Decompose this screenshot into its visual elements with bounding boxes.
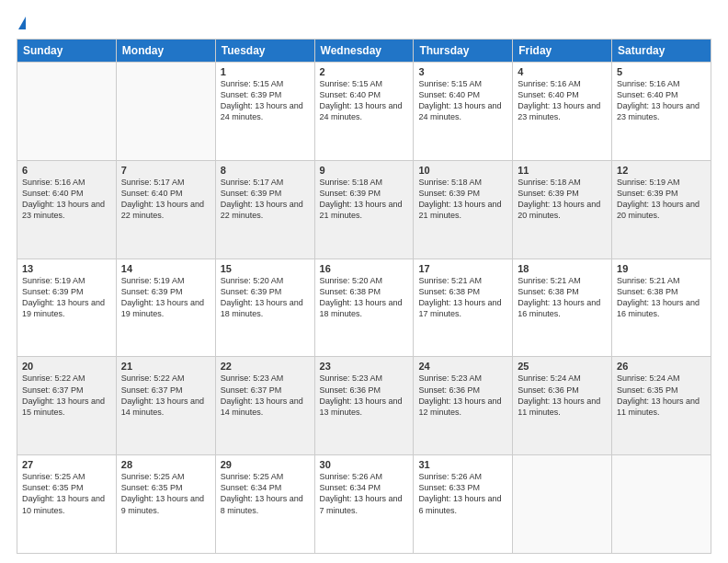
day-number: 25	[518, 361, 607, 372]
calendar-cell: 20Sunrise: 5:22 AM Sunset: 6:37 PM Dayli…	[17, 357, 117, 455]
day-info: Sunrise: 5:15 AM Sunset: 6:40 PM Dayligh…	[418, 79, 501, 121]
day-info: Sunrise: 5:21 AM Sunset: 6:38 PM Dayligh…	[518, 276, 600, 318]
calendar-day-header: Thursday	[414, 40, 513, 63]
calendar-cell: 10Sunrise: 5:18 AM Sunset: 6:39 PM Dayli…	[414, 160, 513, 259]
calendar-cell: 7Sunrise: 5:17 AM Sunset: 6:40 PM Daylig…	[116, 160, 215, 259]
day-number: 10	[418, 165, 507, 176]
day-number: 31	[418, 459, 507, 470]
calendar-cell	[116, 63, 215, 161]
day-info: Sunrise: 5:22 AM Sunset: 6:37 PM Dayligh…	[22, 373, 105, 416]
calendar-cell: 21Sunrise: 5:22 AM Sunset: 6:37 PM Dayli…	[116, 357, 215, 455]
calendar-day-header: Friday	[513, 40, 612, 63]
day-info: Sunrise: 5:25 AM Sunset: 6:34 PM Dayligh…	[221, 472, 303, 514]
day-number: 13	[22, 263, 111, 274]
day-number: 20	[22, 361, 111, 372]
page: SundayMondayTuesdayWednesdayThursdayFrid…	[0, 0, 728, 563]
calendar-cell: 30Sunrise: 5:26 AM Sunset: 6:34 PM Dayli…	[314, 455, 414, 554]
day-info: Sunrise: 5:24 AM Sunset: 6:36 PM Dayligh…	[518, 373, 600, 416]
day-info: Sunrise: 5:17 AM Sunset: 6:40 PM Dayligh…	[121, 178, 204, 220]
day-info: Sunrise: 5:19 AM Sunset: 6:39 PM Dayligh…	[121, 276, 204, 318]
day-number: 26	[617, 361, 706, 372]
logo-triangle-icon	[18, 17, 26, 29]
day-number: 22	[221, 361, 310, 372]
header	[17, 17, 711, 29]
day-info: Sunrise: 5:20 AM Sunset: 6:39 PM Dayligh…	[221, 276, 303, 318]
day-number: 15	[221, 263, 310, 274]
day-number: 27	[22, 459, 111, 470]
calendar-day-header: Saturday	[612, 40, 711, 63]
day-number: 29	[221, 459, 310, 470]
calendar-cell: 18Sunrise: 5:21 AM Sunset: 6:38 PM Dayli…	[513, 259, 612, 357]
calendar-cell: 1Sunrise: 5:15 AM Sunset: 6:39 PM Daylig…	[215, 63, 314, 161]
calendar-cell: 17Sunrise: 5:21 AM Sunset: 6:38 PM Dayli…	[414, 259, 513, 357]
day-number: 14	[121, 263, 210, 274]
day-number: 21	[121, 361, 210, 372]
day-number: 17	[418, 263, 507, 274]
day-number: 3	[418, 66, 507, 77]
day-info: Sunrise: 5:21 AM Sunset: 6:38 PM Dayligh…	[418, 276, 501, 318]
calendar-cell: 24Sunrise: 5:23 AM Sunset: 6:36 PM Dayli…	[414, 357, 513, 455]
day-number: 5	[617, 66, 706, 77]
calendar-cell	[17, 63, 117, 161]
day-number: 12	[617, 165, 706, 176]
day-info: Sunrise: 5:16 AM Sunset: 6:40 PM Dayligh…	[22, 178, 105, 220]
day-number: 23	[320, 361, 409, 372]
day-number: 28	[121, 459, 210, 470]
calendar-cell: 23Sunrise: 5:23 AM Sunset: 6:36 PM Dayli…	[314, 357, 414, 455]
day-number: 1	[221, 66, 310, 77]
calendar-cell	[513, 455, 612, 554]
day-number: 11	[518, 165, 607, 176]
day-info: Sunrise: 5:21 AM Sunset: 6:38 PM Dayligh…	[617, 276, 700, 318]
day-number: 16	[320, 263, 409, 274]
calendar-day-header: Sunday	[17, 40, 117, 63]
day-number: 30	[320, 459, 409, 470]
day-number: 9	[320, 165, 409, 176]
day-info: Sunrise: 5:20 AM Sunset: 6:38 PM Dayligh…	[320, 276, 403, 318]
calendar-week-row: 13Sunrise: 5:19 AM Sunset: 6:39 PM Dayli…	[17, 259, 711, 357]
day-info: Sunrise: 5:15 AM Sunset: 6:39 PM Dayligh…	[221, 79, 303, 121]
calendar-day-header: Wednesday	[314, 40, 414, 63]
day-number: 18	[518, 263, 607, 274]
calendar-cell: 9Sunrise: 5:18 AM Sunset: 6:39 PM Daylig…	[314, 160, 414, 259]
day-info: Sunrise: 5:23 AM Sunset: 6:37 PM Dayligh…	[221, 373, 303, 416]
day-number: 24	[418, 361, 507, 372]
day-info: Sunrise: 5:16 AM Sunset: 6:40 PM Dayligh…	[617, 79, 700, 121]
day-info: Sunrise: 5:19 AM Sunset: 6:39 PM Dayligh…	[22, 276, 105, 318]
day-info: Sunrise: 5:16 AM Sunset: 6:40 PM Dayligh…	[518, 79, 600, 121]
calendar-cell: 28Sunrise: 5:25 AM Sunset: 6:35 PM Dayli…	[116, 455, 215, 554]
calendar-day-header: Tuesday	[215, 40, 314, 63]
calendar-cell: 2Sunrise: 5:15 AM Sunset: 6:40 PM Daylig…	[314, 63, 414, 161]
calendar-cell: 5Sunrise: 5:16 AM Sunset: 6:40 PM Daylig…	[612, 63, 711, 161]
day-info: Sunrise: 5:15 AM Sunset: 6:40 PM Dayligh…	[320, 79, 403, 121]
calendar-cell: 14Sunrise: 5:19 AM Sunset: 6:39 PM Dayli…	[116, 259, 215, 357]
day-info: Sunrise: 5:23 AM Sunset: 6:36 PM Dayligh…	[320, 373, 403, 416]
calendar-cell: 11Sunrise: 5:18 AM Sunset: 6:39 PM Dayli…	[513, 160, 612, 259]
day-info: Sunrise: 5:26 AM Sunset: 6:33 PM Dayligh…	[418, 472, 501, 514]
calendar-cell: 22Sunrise: 5:23 AM Sunset: 6:37 PM Dayli…	[215, 357, 314, 455]
calendar-cell: 6Sunrise: 5:16 AM Sunset: 6:40 PM Daylig…	[17, 160, 117, 259]
calendar-week-row: 6Sunrise: 5:16 AM Sunset: 6:40 PM Daylig…	[17, 160, 711, 259]
day-info: Sunrise: 5:17 AM Sunset: 6:39 PM Dayligh…	[221, 178, 303, 220]
calendar: SundayMondayTuesdayWednesdayThursdayFrid…	[17, 39, 711, 554]
day-info: Sunrise: 5:22 AM Sunset: 6:37 PM Dayligh…	[121, 373, 204, 416]
logo	[17, 17, 26, 29]
day-info: Sunrise: 5:18 AM Sunset: 6:39 PM Dayligh…	[320, 178, 403, 220]
calendar-cell: 27Sunrise: 5:25 AM Sunset: 6:35 PM Dayli…	[17, 455, 117, 554]
calendar-week-row: 1Sunrise: 5:15 AM Sunset: 6:39 PM Daylig…	[17, 63, 711, 161]
calendar-week-row: 27Sunrise: 5:25 AM Sunset: 6:35 PM Dayli…	[17, 455, 711, 554]
day-number: 7	[121, 165, 210, 176]
day-number: 2	[320, 66, 409, 77]
calendar-cell: 31Sunrise: 5:26 AM Sunset: 6:33 PM Dayli…	[414, 455, 513, 554]
day-info: Sunrise: 5:23 AM Sunset: 6:36 PM Dayligh…	[418, 373, 501, 416]
calendar-cell	[612, 455, 711, 554]
calendar-cell: 3Sunrise: 5:15 AM Sunset: 6:40 PM Daylig…	[414, 63, 513, 161]
day-info: Sunrise: 5:19 AM Sunset: 6:39 PM Dayligh…	[617, 178, 700, 220]
calendar-cell: 15Sunrise: 5:20 AM Sunset: 6:39 PM Dayli…	[215, 259, 314, 357]
calendar-cell: 12Sunrise: 5:19 AM Sunset: 6:39 PM Dayli…	[612, 160, 711, 259]
calendar-cell: 8Sunrise: 5:17 AM Sunset: 6:39 PM Daylig…	[215, 160, 314, 259]
calendar-cell: 19Sunrise: 5:21 AM Sunset: 6:38 PM Dayli…	[612, 259, 711, 357]
calendar-cell: 26Sunrise: 5:24 AM Sunset: 6:35 PM Dayli…	[612, 357, 711, 455]
calendar-day-header: Monday	[116, 40, 215, 63]
day-info: Sunrise: 5:18 AM Sunset: 6:39 PM Dayligh…	[418, 178, 501, 220]
day-info: Sunrise: 5:25 AM Sunset: 6:35 PM Dayligh…	[121, 472, 204, 514]
